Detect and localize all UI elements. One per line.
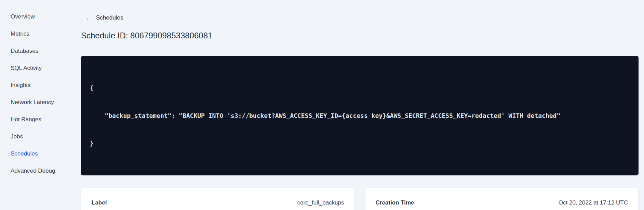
- sidebar-item-schedules[interactable]: Schedules: [0, 145, 81, 162]
- execution-details-card: Creation Time Oct 20, 2022 at 17:12 UTC …: [365, 188, 639, 210]
- sidebar-item-overview[interactable]: Overview: [0, 8, 81, 25]
- schedule-details-card: Label core_full_backups Status ACTIVE St…: [81, 188, 355, 210]
- table-row: Creation Time Oct 20, 2022 at 17:12 UTC: [376, 196, 628, 210]
- sidebar-item-hot-ranges[interactable]: Hot Ranges: [0, 111, 81, 128]
- back-arrow-icon: ←: [86, 15, 92, 21]
- breadcrumb-label: Schedules: [96, 14, 123, 21]
- sidebar-item-metrics[interactable]: Metrics: [0, 25, 81, 42]
- schedule-detail-page: ← Schedules Schedule ID: 806799098533806…: [81, 0, 639, 210]
- sidebar-item-insights[interactable]: Insights: [0, 77, 81, 94]
- sidebar-item-databases[interactable]: Databases: [0, 42, 81, 60]
- code-line: {: [90, 83, 630, 92]
- row-label: Creation Time: [376, 199, 414, 206]
- page-title: Schedule ID: 806799098533806081: [81, 30, 639, 41]
- sidebar-nav: Overview Metrics Databases SQL Activity …: [0, 8, 81, 180]
- sidebar: Overview Metrics Databases SQL Activity …: [0, 0, 81, 210]
- backup-statement-code-block: { "backup_statement": "BACKUP INTO 's3:/…: [81, 56, 639, 175]
- code-line: "backup_statement": "BACKUP INTO 's3://b…: [90, 111, 630, 120]
- table-row: Label core_full_backups: [92, 196, 344, 210]
- row-label: Label: [92, 199, 107, 206]
- sidebar-item-sql-activity[interactable]: SQL Activity: [0, 60, 81, 77]
- code-line: }: [90, 139, 630, 148]
- sidebar-item-network-latency[interactable]: Network Latency: [0, 94, 81, 111]
- row-value: Oct 20, 2022 at 17:12 UTC: [559, 199, 628, 206]
- summary-cards: Label core_full_backups Status ACTIVE St…: [81, 188, 639, 210]
- sidebar-item-jobs[interactable]: Jobs: [0, 128, 81, 145]
- back-to-schedules-link[interactable]: ← Schedules: [86, 14, 123, 22]
- sidebar-item-advanced-debug[interactable]: Advanced Debug: [0, 162, 81, 180]
- row-value: core_full_backups: [297, 199, 344, 206]
